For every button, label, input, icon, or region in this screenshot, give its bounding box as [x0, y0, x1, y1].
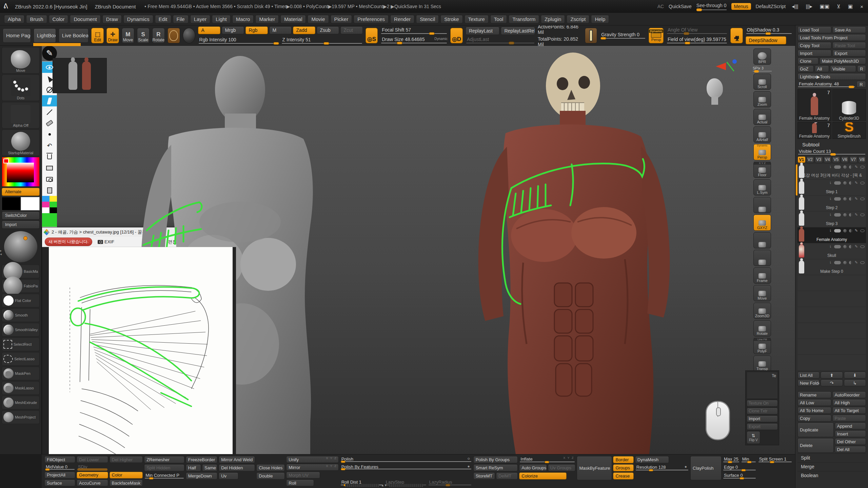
alternate-button[interactable]: Alternate — [2, 188, 40, 196]
menu-item[interactable]: Zplugin — [541, 15, 565, 23]
merge-section[interactable]: Merge — [797, 462, 866, 470]
anchor-mode-button[interactable]: A — [198, 26, 220, 34]
spix-slider[interactable]: SPix 3 — [753, 66, 772, 72]
menu-item[interactable]: Brush — [26, 15, 47, 23]
timeline-fwd-icon[interactable]: |||▸ — [804, 3, 813, 9]
brush-move[interactable]: Move — [2, 47, 40, 74]
polypaint-icon[interactable] — [834, 181, 841, 185]
auto-reorder-button[interactable]: AutoReorder — [832, 391, 866, 398]
texture-import-button[interactable]: Import — [747, 415, 778, 422]
delete-button[interactable]: Delete — [797, 438, 834, 453]
close-button[interactable]: × — [859, 4, 865, 9]
material-flat-color[interactable]: Flat Color — [2, 294, 40, 307]
menu-item[interactable]: Document — [70, 15, 100, 23]
draw-button[interactable]: ✛Draw — [106, 28, 119, 43]
fill-object-button[interactable]: FillObject — [44, 456, 75, 463]
subtool-paste-button[interactable]: Paste — [832, 415, 866, 422]
spin-right-icon[interactable] — [753, 250, 771, 266]
sphere-icon[interactable] — [843, 213, 847, 217]
unify-button[interactable]: UnifyX Y Z — [286, 456, 338, 463]
subtool-tab-v8[interactable]: V8 — [858, 156, 866, 163]
obj-shadow-slider[interactable]: ObjShadow 0.3 — [746, 27, 792, 35]
field-of-view-slider[interactable]: Field of view(deg) 39.59775 — [666, 36, 728, 44]
subtool-row[interactable]: ⇂ ✎ Skull — [797, 243, 866, 259]
spin-left-icon[interactable] — [753, 232, 771, 248]
goz-visible-button[interactable]: Visible — [830, 65, 856, 72]
copy-tool-button[interactable]: Copy Tool — [797, 42, 831, 49]
subtool-tab-v1[interactable]: V1 — [797, 156, 806, 163]
sphere-icon[interactable] — [843, 245, 847, 248]
split-hidden-button[interactable]: Split Hidden — [144, 464, 184, 471]
nav-move-button[interactable]: Move — [753, 285, 771, 301]
sphere-icon[interactable] — [843, 165, 847, 169]
del-all-button[interactable]: Del All — [835, 446, 866, 453]
uv-button[interactable]: Uv — [219, 472, 238, 480]
list-all-button[interactable]: List All — [797, 372, 820, 379]
mirror-icon[interactable]: ⇂ — [829, 229, 831, 232]
see-through-slider[interactable]: See-through 0 — [696, 3, 727, 10]
project-all-button[interactable]: ProjectAll — [44, 472, 75, 479]
clay-polish-button[interactable]: ClayPolish — [690, 456, 722, 480]
menu-item[interactable]: Render — [390, 15, 414, 23]
image-viewer-window[interactable]: 2 - 쇄골, 가슴 > chest_cutaway.jpg [12/16] -… — [42, 227, 236, 454]
secondary-color-swatch[interactable] — [21, 197, 40, 210]
replay-last-button[interactable]: ReplayLast — [466, 27, 500, 35]
subtool-header[interactable]: Subtool — [797, 142, 866, 147]
insert-button[interactable]: Insert — [835, 430, 866, 437]
clone-txtr-button[interactable]: Clone Txtr — [747, 408, 778, 414]
main-color-swatch[interactable] — [2, 197, 21, 210]
persp-button[interactable]: DynamicPersp — [753, 144, 771, 160]
menu-item[interactable]: Help — [591, 15, 609, 23]
mirror-icon[interactable]: ⇂ — [829, 261, 831, 264]
mirror-icon[interactable]: ⇂ — [829, 213, 831, 217]
polypaint-icon[interactable] — [834, 213, 841, 217]
menu-item[interactable]: Picker — [331, 15, 352, 23]
menu-item[interactable]: Layer — [190, 15, 211, 23]
brush-select-rect[interactable]: SelectRect — [2, 338, 40, 351]
merge-down-button[interactable]: MergeDown — [186, 472, 217, 480]
mirror-button[interactable]: MirrorX Y Z — [286, 464, 338, 471]
accucurve-button[interactable]: AccuCurve — [77, 480, 108, 486]
append-button[interactable]: Append — [835, 423, 866, 429]
polish-slider[interactable]: Polish○ — [340, 456, 472, 463]
half-button[interactable]: Half — [186, 464, 201, 471]
zoom3d-button[interactable]: Zoom3D — [753, 303, 771, 319]
border-button[interactable]: Border — [613, 456, 633, 463]
subtool-row-empty[interactable]: ⇂ ✎ — [797, 291, 866, 307]
menus-button[interactable]: Menus — [731, 3, 751, 10]
goz-all-button[interactable]: All — [815, 65, 829, 72]
brush-smooth-valleys[interactable]: SmoothValleys — [2, 323, 40, 337]
split-screen-slider[interactable]: Split Screen 1 — [758, 456, 792, 463]
subtool-row-empty[interactable]: ⇂ ✎ — [797, 323, 866, 339]
menu-item[interactable]: Stencil — [416, 15, 439, 23]
material-basic[interactable]: BasicMaterial — [2, 265, 40, 278]
mirror-icon[interactable]: ⇂ — [829, 197, 831, 201]
menu-item[interactable]: Color — [49, 15, 68, 23]
gxyz-button[interactable]: GXYZ — [753, 215, 771, 231]
polish-by-groups-button[interactable]: Polish By Groups — [473, 456, 518, 463]
sphere-icon[interactable] — [843, 229, 847, 232]
gravity-strength-slider[interactable]: Gravity Strength 0 — [600, 32, 646, 40]
texture-export-button[interactable]: Export — [747, 423, 778, 430]
brush-icon[interactable]: ✎ — [855, 197, 858, 201]
z-intensity-slider[interactable]: Z Intensity 51 — [281, 37, 363, 45]
bpr-button[interactable]: BPR — [753, 48, 771, 65]
mirror-icon[interactable]: ⇂ — [829, 165, 831, 169]
view-zoom-button[interactable]: Zoom — [753, 91, 771, 107]
menu-item[interactable]: File — [173, 15, 189, 23]
resolution-slider[interactable]: Resolution 128● — [635, 464, 689, 471]
rotate-button[interactable]: RRotate — [152, 28, 165, 43]
draw-size-slider[interactable]: Draw Size 48.64685Dynamic — [380, 36, 448, 44]
subtool-row-empty[interactable]: ⇂ ✎ — [797, 339, 866, 355]
polypaint-icon[interactable] — [834, 165, 841, 169]
lazy-radius-slider[interactable]: LazyRadius — [428, 479, 472, 486]
alpha-off[interactable]: Alpha Off — [2, 102, 40, 128]
morph-uv-button[interactable]: Morph UV — [286, 472, 320, 479]
tool-r-button[interactable]: R — [856, 81, 866, 88]
colorize-button[interactable]: Colorize — [519, 472, 567, 480]
auto-groups-button[interactable]: Auto Groups — [519, 464, 547, 471]
clay-surface-slider[interactable]: Surface 0 — [723, 472, 756, 480]
rgb-button[interactable]: Rgb — [245, 26, 268, 34]
mid-value-slider[interactable]: MidValue 0 — [44, 464, 75, 471]
move-out-button[interactable]: ↷ — [821, 380, 843, 386]
